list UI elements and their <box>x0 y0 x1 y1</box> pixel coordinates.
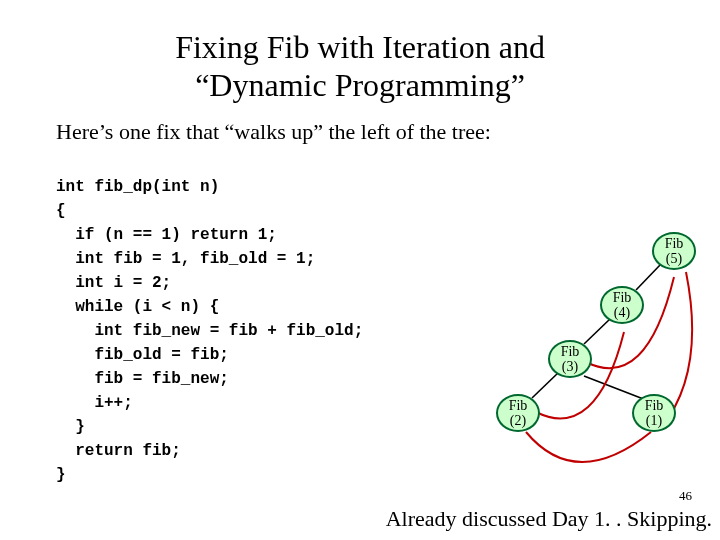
svg-line-3 <box>584 376 646 400</box>
footer-note: Already discussed Day 1. . Skipping. <box>386 506 712 532</box>
node-label: Fib <box>498 398 538 413</box>
svg-line-2 <box>532 372 559 398</box>
svg-line-1 <box>584 318 611 344</box>
node-label: Fib <box>654 236 694 251</box>
tree-node-fib5: Fib (5) <box>652 232 696 270</box>
title-line-1: Fixing Fib with Iteration and <box>175 29 545 65</box>
slide-title: Fixing Fib with Iteration and “Dynamic P… <box>0 0 720 105</box>
tree-node-fib2: Fib (2) <box>496 394 540 432</box>
tree-node-fib1: Fib (1) <box>632 394 676 432</box>
code-line: { <box>56 202 66 220</box>
title-line-2: “Dynamic Programming” <box>195 67 525 103</box>
node-label: Fib <box>634 398 674 413</box>
code-line: int fib_dp(int n) <box>56 178 219 196</box>
tree-node-fib4: Fib (4) <box>600 286 644 324</box>
node-value: (1) <box>634 413 674 428</box>
code-line: int i = 2; <box>56 274 171 292</box>
intro-text: Here’s one fix that “walks up” the left … <box>0 105 720 151</box>
code-line: int fib = 1, fib_old = 1; <box>56 250 315 268</box>
code-line: if (n == 1) return 1; <box>56 226 277 244</box>
node-value: (4) <box>602 305 642 320</box>
code-line: while (i < n) { <box>56 298 219 316</box>
code-line: return fib; <box>56 442 181 460</box>
code-line: int fib_new = fib + fib_old; <box>56 322 363 340</box>
node-label: Fib <box>602 290 642 305</box>
code-line: } <box>56 418 85 436</box>
svg-line-0 <box>636 264 661 290</box>
node-value: (3) <box>550 359 590 374</box>
tree-diagram: Fib (5) Fib (4) Fib (3) Fib (2) Fib (1) <box>436 232 696 472</box>
code-line: } <box>56 466 66 484</box>
node-label: Fib <box>550 344 590 359</box>
code-line: i++; <box>56 394 133 412</box>
node-value: (2) <box>498 413 538 428</box>
tree-node-fib3: Fib (3) <box>548 340 592 378</box>
code-line: fib = fib_new; <box>56 370 229 388</box>
code-line: fib_old = fib; <box>56 346 229 364</box>
page-number: 46 <box>679 488 692 504</box>
node-value: (5) <box>654 251 694 266</box>
